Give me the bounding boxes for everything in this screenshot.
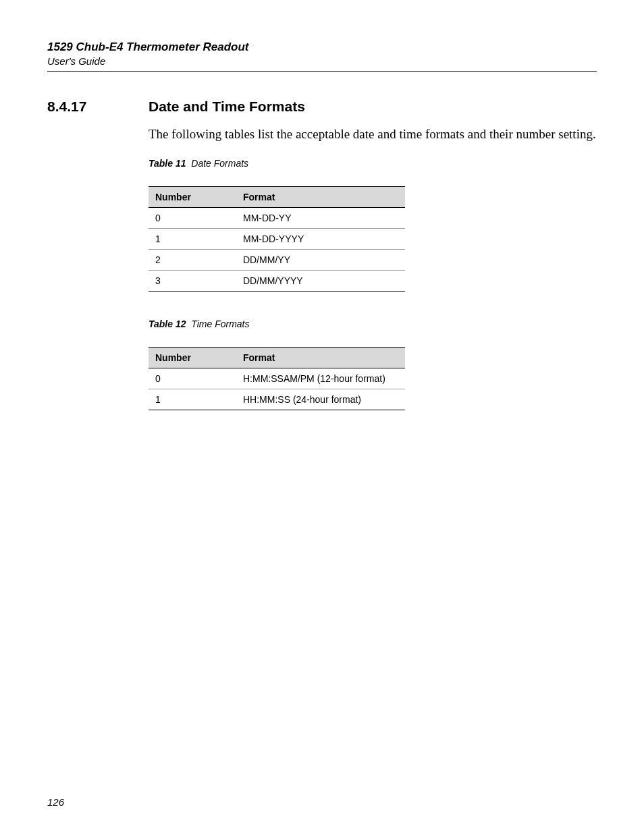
table11-caption-label: Table 11	[149, 158, 186, 169]
table-header-row: Number Format	[149, 186, 405, 207]
section-body: The following tables list the acceptable…	[149, 126, 597, 143]
cell-number: 2	[149, 249, 236, 270]
table-row: 1 HH:MM:SS (24-hour format)	[149, 389, 405, 410]
table12-caption-label: Table 12	[149, 319, 186, 329]
table-time-formats: Number Format 0 H:MM:SSAM/PM (12-hour fo…	[149, 347, 405, 410]
col-header-format: Format	[236, 347, 405, 368]
table11-caption: Table 11 Date Formats	[149, 158, 597, 169]
table12-caption: Table 12 Time Formats	[149, 319, 597, 329]
table12-caption-text: Time Formats	[191, 319, 249, 329]
table-row: 1 MM-DD-YYYY	[149, 228, 405, 249]
col-header-format: Format	[236, 186, 405, 207]
cell-number: 1	[149, 389, 236, 410]
header-subtitle: User's Guide	[47, 55, 597, 67]
cell-format: DD/MM/YY	[236, 249, 405, 270]
table-row: 2 DD/MM/YY	[149, 249, 405, 270]
table-row: 3 DD/MM/YYYY	[149, 270, 405, 291]
cell-number: 0	[149, 207, 236, 228]
page-header: 1529 Chub-E4 Thermometer Readout User's …	[47, 40, 597, 72]
col-header-number: Number	[149, 186, 236, 207]
table-row: 0 H:MM:SSAM/PM (12-hour format)	[149, 368, 405, 389]
table-header-row: Number Format	[149, 347, 405, 368]
cell-number: 1	[149, 228, 236, 249]
cell-number: 0	[149, 368, 236, 389]
table-row: 0 MM-DD-YY	[149, 207, 405, 228]
section-title: Date and Time Formats	[149, 99, 305, 115]
col-header-number: Number	[149, 347, 236, 368]
section-heading-row: 8.4.17 Date and Time Formats	[47, 99, 597, 115]
table-date-formats: Number Format 0 MM-DD-YY 1 MM-DD-YYYY 2 …	[149, 186, 405, 292]
cell-format: H:MM:SSAM/PM (12-hour format)	[236, 368, 405, 389]
section-number: 8.4.17	[47, 99, 149, 115]
header-divider	[47, 71, 597, 72]
cell-format: MM-DD-YYYY	[236, 228, 405, 249]
cell-format: DD/MM/YYYY	[236, 270, 405, 291]
page-number: 126	[47, 796, 64, 808]
header-title: 1529 Chub-E4 Thermometer Readout	[47, 40, 597, 54]
cell-format: MM-DD-YY	[236, 207, 405, 228]
table11-caption-text: Date Formats	[191, 158, 248, 169]
cell-number: 3	[149, 270, 236, 291]
cell-format: HH:MM:SS (24-hour format)	[236, 389, 405, 410]
